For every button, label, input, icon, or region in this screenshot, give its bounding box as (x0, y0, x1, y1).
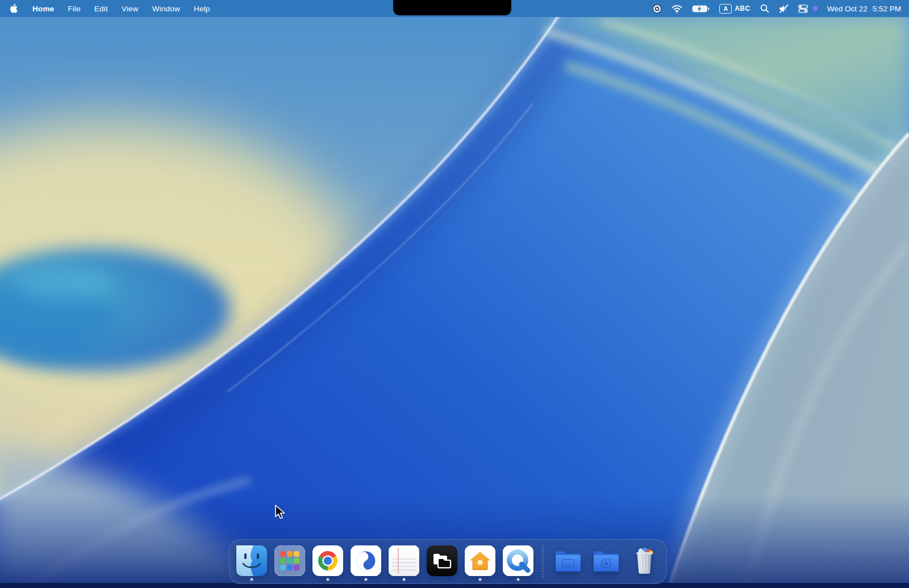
folder-icon (553, 545, 583, 576)
menu-file[interactable]: File (68, 5, 81, 13)
running-indicator (403, 578, 405, 581)
running-indicator (327, 578, 329, 581)
menu-clock[interactable]: Wed Oct 22 5:52 PM (827, 5, 901, 13)
control-center-menu[interactable] (798, 5, 818, 13)
finder-icon (236, 545, 267, 576)
battery-status[interactable] (692, 4, 710, 14)
dock-separator (543, 545, 544, 578)
dock (229, 539, 667, 584)
folders-app-icon (427, 545, 457, 576)
wallpaper (0, 0, 909, 588)
running-indicator (251, 578, 253, 581)
dock-file-manager[interactable] (427, 545, 457, 576)
dock-home-app[interactable] (465, 545, 495, 576)
running-indicator (479, 578, 481, 581)
downloads-folder-icon (591, 545, 622, 576)
running-indicator (517, 578, 519, 581)
wifi-status[interactable] (672, 5, 682, 13)
menu-view[interactable]: View (122, 5, 139, 13)
menu-help[interactable]: Help (194, 5, 210, 13)
search-icon (760, 4, 769, 13)
apple-logo-icon (10, 3, 19, 14)
screen-recording-indicator[interactable] (652, 4, 662, 14)
desktop: Home File Edit View Window Help (0, 0, 909, 588)
quicktime-icon (503, 545, 533, 576)
wifi-icon (672, 5, 682, 13)
volume-muted[interactable] (779, 5, 789, 13)
dock-downloads[interactable] (591, 545, 622, 576)
trash-full-icon (629, 545, 660, 576)
dock-chrome[interactable] (312, 545, 343, 576)
home-icon (465, 545, 495, 576)
running-indicator (365, 578, 367, 581)
mouse-cursor (274, 504, 286, 519)
record-icon (652, 4, 662, 14)
status-dot (813, 6, 818, 11)
mute-speaker-icon (779, 5, 789, 13)
dock-finder[interactable] (236, 545, 267, 576)
clock-date: Wed Oct 22 (827, 5, 868, 13)
dock-launchpad[interactable] (274, 545, 305, 576)
notes-paper-icon (389, 545, 419, 576)
simplenote-icon (351, 545, 381, 576)
dock-trash[interactable] (629, 545, 660, 576)
dock-quicktime[interactable] (503, 545, 533, 576)
input-source-menu[interactable]: A ABC (719, 4, 750, 14)
menu-app-home[interactable]: Home (32, 5, 54, 13)
chrome-icon (312, 545, 343, 576)
launchpad-icon (274, 545, 305, 576)
dock-notes[interactable] (389, 545, 419, 576)
camera-notch (393, 0, 511, 15)
input-source-label: ABC (735, 5, 750, 12)
dock-folder[interactable] (553, 545, 583, 576)
clock-time: 5:52 PM (873, 5, 901, 13)
menu-edit[interactable]: Edit (94, 5, 108, 13)
input-key-badge: A (719, 4, 732, 14)
apple-menu[interactable] (10, 3, 19, 14)
spotlight-search[interactable] (760, 4, 769, 13)
control-center-icon (798, 5, 808, 13)
menu-window[interactable]: Window (152, 5, 180, 13)
battery-charging-icon (692, 4, 710, 14)
dock-simplenote[interactable] (351, 545, 381, 576)
